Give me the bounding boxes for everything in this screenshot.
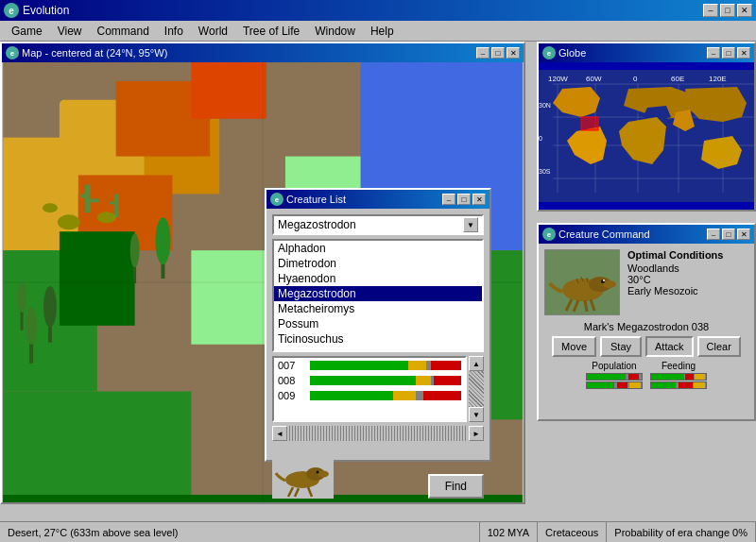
list-item-alphadon[interactable]: Alphadon [274,241,482,256]
creature-cmd-title: Creature Command [558,229,650,240]
scroll-controls[interactable]: ▲ ▼ [469,356,484,422]
globe-close-button[interactable]: ✕ [737,47,750,59]
scroll-left-button[interactable]: ◄ [272,426,287,441]
creature-list-window: e Creature List – □ ✕ Megazostrodon ▼ Al… [265,188,491,462]
map-title: Map - centered at (24°N, 95°W) [22,47,167,59]
creature-list-title-bar: e Creature List – □ ✕ [266,190,490,209]
menu-tree-of-life[interactable]: Tree of Life [235,23,307,40]
title-bar-buttons[interactable]: – □ ✕ [703,4,752,17]
feeding-red-1 [685,374,694,380]
globe-window-buttons[interactable]: – □ ✕ [707,47,750,59]
globe-minimize-button[interactable]: – [707,47,720,59]
instance-007-green [310,361,408,370]
clear-button[interactable]: Clear [697,336,741,357]
creature-info: Optimal Conditions Woodlands 30°C Early … [627,249,748,296]
svg-point-35 [43,203,58,212]
globe-maximize-button[interactable]: □ [722,47,735,59]
map-maximize-button[interactable]: □ [491,47,505,59]
creature-cmd-buttons[interactable]: – □ ✕ [707,229,750,240]
app-title-bar: e Evolution – □ ✕ [0,0,756,21]
population-bar-2 [586,381,643,389]
maximize-button[interactable]: □ [720,4,735,17]
map-close-button[interactable]: ✕ [507,47,520,59]
creature-list-title-left: e Creature List [270,193,346,206]
map-minimize-button[interactable]: – [476,47,490,59]
creature-dropdown-value: Megazostrodon [278,218,356,231]
creature-display: Optimal Conditions Woodlands 30°C Early … [544,249,748,315]
stay-button[interactable]: Stay [600,336,642,357]
menu-game[interactable]: Game [4,23,50,40]
creature-list-icon: e [270,193,284,206]
attack-button[interactable]: Attack [645,336,694,357]
population-green-1 [587,374,626,380]
svg-point-82 [317,471,319,474]
creature-temperature: 30°C [627,274,748,285]
svg-text:30S: 30S [539,168,551,175]
globe-svg: 120W 60W 0 60E 120E 30N 0 30S [539,62,754,210]
creature-portrait [544,249,620,315]
instance-listbox[interactable]: 007 008 [272,356,467,422]
population-label: Population [592,361,636,371]
creature-cmd-maximize[interactable]: □ [722,229,735,240]
close-button[interactable]: ✕ [737,4,752,17]
horizontal-scroll-container: ◄ ► [272,426,484,441]
creature-listbox[interactable]: Alphadon Dimetrodon Hyaenodon Megazostro… [272,239,484,352]
feeding-bar-1 [650,373,707,381]
feeding-yellow-1 [695,374,706,380]
list-item-megazostrodon[interactable]: Megazostrodon [274,286,482,301]
svg-point-70 [603,279,605,281]
creature-list-buttons[interactable]: – □ ✕ [442,194,486,205]
feeding-label: Feeding [662,361,696,371]
creature-cmd-close[interactable]: ✕ [737,229,750,240]
feeding-yellow-2 [694,382,705,388]
creature-list-maximize[interactable]: □ [457,194,471,205]
find-button[interactable]: Find [428,474,484,499]
creature-list-close[interactable]: ✕ [472,194,486,205]
svg-point-68 [603,280,616,288]
move-button[interactable]: Move [552,336,596,357]
feeding-track-1 [650,373,707,381]
creature-cmd-content: Optimal Conditions Woodlands 30°C Early … [539,244,754,395]
scroll-right-button[interactable]: ► [469,426,484,441]
dropdown-arrow-icon[interactable]: ▼ [463,217,478,232]
svg-rect-6 [191,62,266,119]
command-buttons[interactable]: Move Stay Attack Clear [544,336,748,357]
creature-cmd-minimize[interactable]: – [707,229,720,240]
instance-008-track [310,376,461,385]
instance-007[interactable]: 007 [274,358,465,373]
instance-009-yellow [393,391,416,400]
scroll-down-button[interactable]: ▼ [469,407,484,422]
map-window-buttons[interactable]: – □ ✕ [476,47,520,59]
creature-dropdown[interactable]: Megazostrodon ▼ [272,214,484,235]
creature-list-minimize[interactable]: – [442,194,455,205]
globe-content: 120W 60W 0 60E 120E 30N 0 30S [539,62,754,210]
status-mya: 102 MYA [480,522,538,542]
svg-text:0: 0 [539,135,542,142]
menu-help[interactable]: Help [363,23,402,40]
menu-world[interactable]: World [191,23,235,40]
list-item-possum[interactable]: Possum [274,316,482,331]
list-item-metacheiromys[interactable]: Metacheiromys [274,301,482,316]
menu-window[interactable]: Window [307,23,363,40]
instance-list-container: 007 008 [272,356,484,422]
svg-point-23 [43,286,57,328]
app-title: Evolution [23,4,69,17]
menu-command[interactable]: Command [89,23,156,40]
list-item-dimetrodon[interactable]: Dimetrodon [274,256,482,271]
list-item-hyaenodon[interactable]: Hyaenodon [274,271,482,286]
svg-point-33 [58,214,80,229]
svg-text:0: 0 [633,75,638,83]
menu-info[interactable]: Info [157,23,191,40]
population-red-2 [617,382,628,388]
minimize-button[interactable]: – [703,4,718,17]
list-item-ticinosuchus[interactable]: Ticinosuchus [274,331,482,347]
scroll-up-button[interactable]: ▲ [469,356,484,371]
svg-point-81 [318,471,329,478]
instance-009[interactable]: 009 [274,388,465,403]
instance-007-label: 007 [278,360,306,371]
instance-008[interactable]: 008 [274,373,465,388]
svg-point-27 [155,217,170,264]
feeding-track-2 [650,381,707,389]
menu-view[interactable]: View [50,23,90,40]
title-bar-left: e Evolution [4,3,69,18]
